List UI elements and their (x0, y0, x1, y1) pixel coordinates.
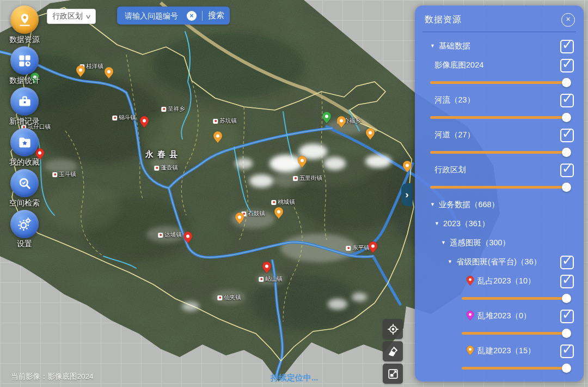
clear-button[interactable] (383, 341, 403, 361)
opacity-slider[interactable] (462, 367, 566, 370)
panel-collapse-handle[interactable]: › (401, 183, 413, 206)
layer-label: 遥感图斑（300） (450, 238, 510, 248)
slider-handle[interactable] (562, 183, 571, 192)
sidebar-item-favorites[interactable]: 我的收藏 (5, 128, 44, 169)
map-town-label: 仙夹镇 (217, 294, 241, 301)
map-pin[interactable] (322, 112, 332, 126)
map-pin[interactable] (262, 262, 272, 276)
search-button[interactable]: 搜索 (208, 10, 224, 21)
sidebar-item-data-resource[interactable]: 数据资源 (5, 5, 44, 46)
layer-row[interactable]: 行政区划 (424, 160, 575, 179)
map-pin[interactable] (297, 156, 307, 171)
layer-checkbox[interactable] (560, 94, 574, 107)
layer-checkbox[interactable] (560, 59, 574, 72)
opacity-slider-row (424, 110, 575, 125)
layer-checkbox[interactable] (560, 344, 574, 358)
layer-row[interactable]: ▼遥感图斑（300） (424, 233, 575, 252)
sidebar-item-label: 空间检索 (5, 198, 44, 208)
sidebar-item-label: 设置 (5, 239, 44, 249)
slider-handle[interactable] (562, 148, 571, 157)
layer-label: 河流（23） (434, 95, 475, 105)
opacity-slider[interactable] (430, 151, 566, 154)
layer-row[interactable]: 影像底图2024 (424, 56, 575, 75)
opacity-slider-row (424, 144, 575, 160)
opacity-slider[interactable] (430, 116, 566, 119)
slider-handle[interactable] (562, 113, 571, 122)
slider-handle[interactable] (562, 364, 571, 373)
map-pin[interactable] (402, 161, 412, 176)
opacity-slider[interactable] (462, 332, 566, 335)
layer-row[interactable]: 乱占2023（10） (424, 271, 575, 291)
map-pin[interactable] (368, 241, 378, 256)
sidebar-item-add-record[interactable]: 新增记录 (5, 87, 44, 128)
layer-label: 基础数据 (439, 41, 470, 51)
town-marker-icon (217, 295, 222, 300)
fullscreen-button[interactable] (383, 364, 403, 384)
slider-handle[interactable] (562, 294, 571, 303)
layer-row[interactable]: ▼省级图斑(省平台)（36） (424, 252, 575, 271)
map-pin[interactable] (213, 131, 223, 146)
slider-handle[interactable] (562, 78, 571, 87)
town-marker-icon (259, 277, 264, 282)
map-town-label: 达埔镇 (158, 231, 182, 239)
slider-handle[interactable] (562, 329, 571, 338)
sidebar-item-settings[interactable]: 设置 (5, 210, 44, 251)
layer-row[interactable]: 乱建2023（15） (424, 341, 575, 360)
town-marker-icon (293, 176, 298, 181)
layer-row[interactable]: ▼2023（361） (424, 214, 575, 233)
map-pin[interactable] (274, 207, 284, 222)
sidebar-item-data-stats[interactable]: 数据统计 (5, 46, 44, 87)
layer-row[interactable]: ▼基础数据 (424, 37, 575, 56)
opacity-slider-row (424, 75, 575, 90)
layer-row[interactable]: 河道（27） (424, 125, 575, 144)
map-pin[interactable] (235, 213, 244, 227)
locate-button[interactable] (383, 319, 403, 339)
opacity-slider-row (424, 360, 575, 376)
map-pin[interactable] (139, 116, 149, 131)
caret-down-icon[interactable]: ▼ (434, 221, 439, 226)
caret-down-icon[interactable]: ▼ (430, 43, 435, 49)
layer-checkbox[interactable] (560, 256, 574, 269)
layer-row[interactable]: ▼业务数据（668） (424, 195, 575, 214)
map-town-label: 岵山镇 (259, 275, 283, 283)
layer-row[interactable]: 乱堆2023（0） (424, 306, 575, 325)
map-town-label: 石鼓镇 (241, 210, 265, 217)
clear-search-icon[interactable]: × (187, 11, 197, 21)
map-pin[interactable] (365, 128, 375, 143)
briefcase-icon (10, 87, 39, 116)
map-pin[interactable] (183, 232, 193, 246)
close-icon[interactable]: × (561, 13, 575, 27)
opacity-slider[interactable] (430, 81, 566, 84)
current-layer-label: 当前影像：影像底图2024 (11, 372, 94, 382)
layer-checkbox[interactable] (560, 310, 574, 323)
layer-checkbox[interactable] (560, 40, 574, 53)
map-county-label: 永春县 (145, 149, 181, 160)
search-bar: × 搜索 (117, 7, 230, 25)
map-pin[interactable] (336, 116, 346, 131)
caret-down-icon[interactable]: ▼ (441, 240, 446, 245)
caret-down-icon[interactable]: ▼ (430, 202, 435, 207)
layer-label: 省级图斑(省平台)（36） (456, 257, 541, 267)
layer-checkbox[interactable] (560, 129, 574, 142)
map-pin[interactable] (104, 67, 114, 82)
search-input[interactable] (124, 11, 187, 21)
layer-pin-icon (466, 346, 474, 356)
opacity-slider[interactable] (430, 186, 566, 189)
layer-checkbox[interactable] (560, 275, 574, 288)
sidebar-item-spatial-search[interactable]: 空间检索 (5, 169, 44, 210)
locating-status: 持续定位中... (271, 373, 318, 383)
layer-label: 行政区划 (434, 165, 466, 175)
map-pin[interactable] (76, 65, 85, 80)
region-dropdown[interactable]: 行政区划 ∨ (47, 9, 96, 24)
layer-label: 乱占2023（10） (477, 276, 535, 286)
opacity-slider-row (424, 179, 575, 195)
broom-icon (387, 346, 399, 358)
map-town-label: 五里街镇 (293, 174, 322, 182)
chart-icon (10, 46, 39, 75)
opacity-slider[interactable] (462, 297, 566, 300)
layer-checkbox[interactable] (560, 164, 574, 177)
layer-row[interactable]: 河流（23） (424, 90, 575, 110)
town-marker-icon (271, 200, 276, 205)
folder-star-icon (10, 128, 39, 156)
caret-down-icon[interactable]: ▼ (448, 259, 452, 264)
